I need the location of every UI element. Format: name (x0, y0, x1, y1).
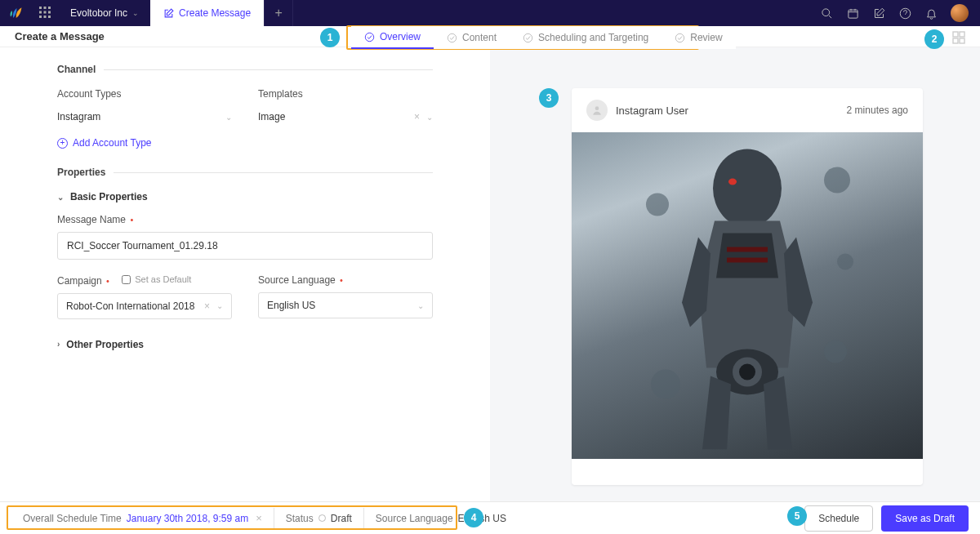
status-dot-icon (318, 514, 326, 522)
plus-circle-icon: + (57, 138, 68, 149)
clear-icon[interactable]: × (204, 300, 210, 312)
chevron-down-icon: ⌄ (57, 193, 64, 202)
step-review[interactable]: Review (662, 26, 735, 49)
step-tabs: Overview Content Scheduling and Targetin… (351, 26, 736, 49)
preview-avatar (586, 100, 608, 121)
nav-left: Evoltobor Inc ⌄ Create Message + (0, 0, 293, 26)
properties-section-header: Properties (57, 167, 433, 178)
svg-rect-24 (727, 258, 768, 263)
footer-status-label: Status (286, 513, 314, 524)
svg-rect-18 (953, 38, 958, 43)
svg-point-29 (824, 167, 850, 194)
svg-point-20 (595, 106, 599, 110)
footer-schedule-time: Overall Schedule Time January 30th 2018,… (11, 508, 274, 529)
calendar-icon[interactable] (846, 7, 859, 20)
apps-grid-icon[interactable] (31, 7, 59, 20)
step-content-label: Content (462, 32, 497, 43)
svg-point-12 (365, 33, 373, 41)
workspace-selector[interactable]: Evoltobor Inc ⌄ (59, 7, 150, 19)
footer-status-value: Draft (331, 513, 352, 524)
user-avatar[interactable] (951, 4, 969, 22)
new-tab-button[interactable]: + (264, 0, 293, 26)
form-panel: Channel Account Types Instagram ⌄ Templa… (0, 47, 490, 501)
account-types-value: Instagram (57, 111, 100, 122)
plus-icon: + (274, 6, 282, 20)
svg-rect-6 (39, 16, 42, 18)
svg-rect-5 (48, 11, 51, 13)
chevron-down-icon: ⌄ (216, 301, 223, 310)
footer-source-lang-value: English US (458, 513, 506, 524)
svg-rect-4 (44, 11, 47, 13)
svg-rect-16 (953, 32, 958, 37)
svg-point-14 (523, 33, 532, 42)
svg-rect-7 (44, 16, 47, 18)
step-scheduling-label: Scheduling and Targeting (538, 32, 648, 43)
footer-info: Overall Schedule Time January 30th 2018,… (11, 502, 518, 534)
account-types-select[interactable]: Instagram ⌄ (57, 106, 232, 127)
source-language-label: Source Language • (258, 274, 433, 286)
message-name-input[interactable] (57, 232, 433, 260)
svg-rect-3 (39, 11, 42, 13)
channel-section-header: Channel (57, 64, 433, 75)
chevron-down-icon: ⌄ (225, 113, 232, 122)
schedule-button[interactable]: Schedule (804, 505, 873, 532)
basic-properties-label: Basic Properties (70, 191, 148, 202)
preview-username: Instagram User (616, 105, 688, 117)
step-content[interactable]: Content (434, 26, 510, 49)
svg-point-27 (739, 364, 755, 380)
other-properties-toggle[interactable]: › Other Properties (57, 339, 433, 350)
message-name-label: Message Name • (57, 214, 433, 225)
svg-point-31 (824, 340, 847, 363)
basic-properties-toggle[interactable]: ⌄ Basic Properties (57, 191, 433, 202)
preview-image (572, 132, 923, 459)
templates-label: Templates (258, 88, 433, 100)
clear-icon[interactable]: × (414, 111, 420, 122)
bell-icon[interactable] (924, 7, 938, 20)
svg-rect-17 (960, 32, 964, 37)
footer-schedule-label: Overall Schedule Time (23, 513, 122, 524)
svg-point-15 (676, 33, 684, 42)
footer-schedule-value[interactable]: January 30th 2018, 9:59 am (127, 513, 248, 524)
source-language-select[interactable]: English US ⌄ (258, 292, 433, 318)
page-title: Create a Message (15, 30, 105, 42)
source-language-value: English US (267, 300, 315, 311)
svg-rect-8 (48, 16, 51, 18)
save-draft-button[interactable]: Save as Draft (881, 505, 969, 532)
tab-create-message[interactable]: Create Message (150, 0, 264, 26)
compose-icon[interactable] (872, 7, 885, 20)
channel-section-label: Channel (57, 64, 96, 75)
footer-bar: Overall Schedule Time January 30th 2018,… (0, 501, 980, 534)
clear-schedule-icon[interactable]: × (256, 512, 262, 524)
search-icon[interactable] (820, 7, 833, 20)
set-default-checkbox[interactable]: Set as Default (122, 274, 191, 284)
footer-source-lang-label: Source Language (376, 513, 453, 524)
footer-status: Status Draft (274, 508, 364, 529)
account-types-label: Account Types (57, 88, 232, 100)
svg-point-13 (448, 33, 456, 42)
preview-timestamp: 2 minutes ago (847, 105, 908, 116)
svg-point-22 (728, 179, 737, 185)
footer-source-lang: Source Language English US (364, 508, 518, 529)
app-logo[interactable] (0, 6, 31, 20)
preview-panel: Instagram User 2 minutes ago (490, 47, 980, 501)
templates-select[interactable]: Image × ⌄ (258, 106, 433, 127)
footer-actions: Schedule Save as Draft (804, 505, 969, 532)
step-scheduling[interactable]: Scheduling and Targeting (510, 26, 662, 49)
svg-point-28 (646, 194, 669, 216)
chevron-right-icon: › (57, 340, 60, 349)
preview-header: Instagram User 2 minutes ago (572, 88, 923, 132)
add-account-type-link[interactable]: + Add Account Type (57, 137, 433, 149)
svg-rect-10 (848, 10, 857, 18)
svg-rect-0 (39, 7, 42, 9)
help-icon[interactable] (898, 7, 911, 20)
workspace-name: Evoltobor Inc (70, 7, 127, 19)
nav-right (820, 4, 980, 22)
svg-point-21 (713, 149, 782, 228)
layout-toggle-icon[interactable] (952, 31, 965, 44)
chevron-down-icon: ⌄ (132, 9, 139, 17)
step-overview-label: Overview (380, 31, 421, 42)
chevron-down-icon: ⌄ (426, 113, 433, 122)
step-overview[interactable]: Overview (351, 26, 434, 49)
campaign-select[interactable]: Robot-Con International 2018 × ⌄ (57, 293, 232, 319)
tab-label: Create Message (179, 7, 251, 19)
